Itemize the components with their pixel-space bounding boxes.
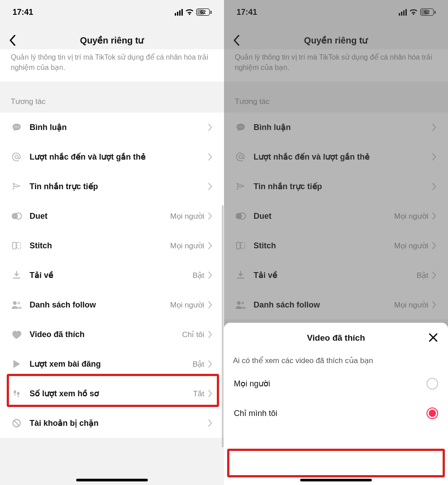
phone-left: 17:41 62 Quyền riêng tư Quản lý thông ti… (0, 0, 224, 485)
phone-right: 17:41 62 Quyền riêng tư Quản lý thông ti… (224, 0, 448, 485)
option-everyone[interactable]: Mọi người (224, 369, 448, 398)
heart-icon (11, 329, 22, 340)
row-blocked[interactable]: Tài khoản bị chặn (0, 408, 224, 438)
row-label: Duet (30, 212, 170, 221)
svg-point-8 (17, 302, 20, 304)
row-profile-views[interactable]: Số lượt xem hồ sơ Tắt (0, 379, 224, 408)
play-icon (11, 358, 22, 370)
chevron-right-icon (208, 153, 216, 160)
row-download[interactable]: Tải về Bật (0, 260, 224, 290)
row-label: Tài khoản bị chặn (30, 418, 208, 428)
battery-percent: 62 (200, 9, 206, 15)
svg-point-0 (14, 126, 15, 127)
status-bar: 17:41 62 (0, 0, 224, 24)
wifi-icon (185, 9, 194, 15)
row-label: Lượt nhắc đến và lượt gắn thẻ (30, 152, 208, 162)
svg-point-10 (14, 394, 16, 396)
row-stitch[interactable]: Stitch Mọi người (0, 231, 224, 260)
row-value: Mọi người (170, 300, 204, 310)
row-label: Stitch (30, 241, 170, 251)
row-label: Tải về (30, 270, 193, 280)
option-only-me[interactable]: Chỉ mình tôi (224, 398, 448, 428)
row-value: Tắt (193, 389, 204, 398)
chevron-right-icon (208, 420, 216, 427)
row-duet[interactable]: Duet Mọi người (0, 201, 224, 231)
sheet-subtitle: Ai có thể xem các video đã thích của bạn (224, 349, 448, 369)
sheet-header: Video đã thích (224, 327, 448, 349)
svg-point-2 (18, 126, 19, 127)
chevron-right-icon (208, 360, 216, 368)
blocked-icon (11, 417, 22, 429)
row-label: Danh sách follow (30, 300, 170, 310)
chevron-right-icon (208, 390, 216, 397)
svg-point-1 (16, 126, 17, 127)
row-label: Số lượt xem hồ sơ (30, 389, 193, 398)
at-icon (11, 151, 22, 163)
radio-unchecked-icon (426, 378, 438, 390)
close-button[interactable] (426, 331, 440, 344)
page-title: Quyền riêng tư (80, 35, 144, 46)
svg-rect-6 (17, 242, 21, 249)
sheet-title: Video đã thích (307, 333, 365, 343)
liked-video-sheet: Video đã thích Ai có thể xem các video đ… (224, 323, 448, 485)
row-post-views[interactable]: Lượt xem bài đăng Bật (0, 349, 224, 379)
row-label: Lượt xem bài đăng (30, 359, 193, 369)
row-mentions[interactable]: Lượt nhắc đến và lượt gắn thẻ (0, 142, 224, 172)
settings-content: Quản lý thông tin vị trí mà TikTok sử dụ… (0, 49, 224, 485)
row-value: Mọi người (170, 241, 204, 251)
location-desc: Quản lý thông tin vị trí mà TikTok sử dụ… (0, 49, 224, 82)
chevron-right-icon (208, 301, 216, 308)
chevron-right-icon (208, 272, 216, 279)
chevron-right-icon (208, 242, 216, 249)
svg-rect-5 (13, 242, 16, 249)
row-value: Chỉ tôi (182, 330, 204, 339)
row-liked-videos[interactable]: Video đã thích Chỉ tôi (0, 320, 224, 349)
option-label: Chỉ mình tôi (234, 408, 277, 418)
status-time: 17:41 (13, 8, 33, 17)
comment-icon (11, 121, 22, 133)
scroll-bar[interactable] (222, 205, 224, 447)
status-icons: 62 (175, 9, 211, 16)
row-label: Video đã thích (30, 330, 182, 339)
svg-point-9 (14, 390, 16, 394)
chevron-right-icon (208, 331, 216, 338)
row-label: Bình luận (30, 122, 208, 132)
row-value: Bật (193, 271, 204, 280)
radio-checked-icon (426, 407, 438, 419)
download-icon (11, 269, 22, 281)
settings-list: Bình luận Lượt nhắc đến và lượt gắn thẻ … (0, 113, 224, 438)
battery-icon: 62 (196, 9, 211, 16)
users-icon (11, 299, 22, 311)
duet-icon (11, 210, 22, 222)
row-value: Bật (193, 359, 204, 369)
chevron-right-icon (208, 124, 216, 131)
row-following[interactable]: Danh sách follow Mọi người (0, 290, 224, 320)
cellular-icon (175, 9, 183, 16)
chevron-right-icon (208, 183, 216, 190)
row-value: Mọi người (170, 212, 204, 221)
section-interactions: Tương tác (0, 82, 224, 113)
send-icon (11, 181, 22, 192)
svg-point-11 (17, 392, 19, 395)
option-label: Mọi người (234, 379, 270, 389)
footsteps-icon (11, 388, 22, 399)
stitch-icon (11, 240, 22, 251)
row-label: Tin nhắn trực tiếp (30, 182, 208, 191)
row-comments[interactable]: Bình luận (0, 113, 224, 142)
row-dm[interactable]: Tin nhắn trực tiếp (0, 172, 224, 201)
svg-point-7 (13, 301, 17, 305)
back-button[interactable] (6, 34, 19, 47)
chevron-right-icon (208, 212, 216, 220)
svg-point-12 (17, 396, 19, 397)
home-indicator[interactable] (300, 479, 372, 481)
home-indicator[interactable] (76, 479, 148, 481)
